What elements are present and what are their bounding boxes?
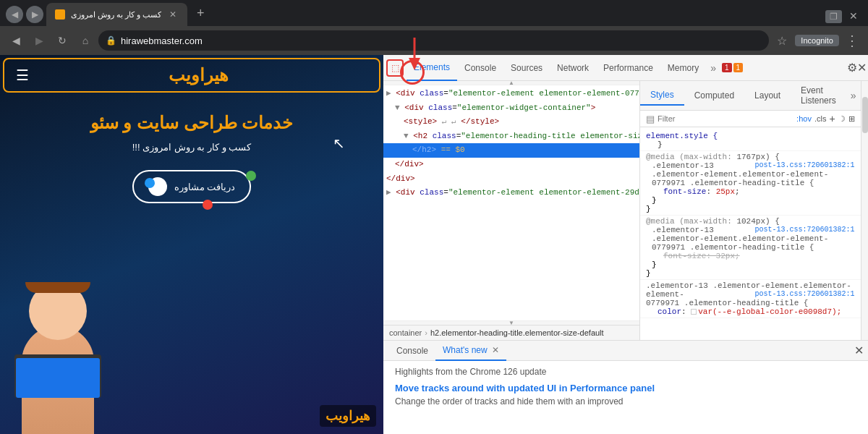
nav-forward-button[interactable]: ▶ — [29, 30, 49, 51]
devtools-tab-bar: ⬚ Elements Console Sources Network Perfo… — [383, 55, 868, 81]
site-content: خدمات طراحی سایت و سئو کسب و کار به روش … — [0, 98, 383, 218]
cta-label: دریافت مشاوره — [174, 182, 236, 192]
nav-home-button[interactable]: ⌂ — [75, 30, 95, 51]
tab-bar: ◀ ▶ کسب و کار به روش امروزی ✕ + ❐ ✕ — [0, 0, 868, 26]
dot-red — [203, 200, 213, 210]
window-restore-btn[interactable]: ❐ — [825, 10, 842, 23]
site-title: خدمات طراحی سایت و سئو — [14, 113, 369, 133]
incognito-label: Incognito — [801, 36, 833, 45]
html-line[interactable]: ▼ <div class="elementor-widget-container… — [383, 101, 639, 116]
lock-icon: 🔒 — [106, 35, 116, 46]
devtools-body: ▲ ▶ <div class="elementor-element elemen… — [383, 81, 868, 340]
breadcrumb-bar: container › h2.elementor-heading-title.e… — [383, 325, 639, 340]
tab-computed[interactable]: Computed — [684, 86, 744, 105]
tab-console[interactable]: Console — [457, 55, 503, 81]
nav-reload-button[interactable]: ↻ — [52, 30, 72, 51]
html-panel: ▲ ▶ <div class="elementor-element elemen… — [383, 81, 640, 340]
tab-event-listeners[interactable]: Event Listeners — [791, 81, 846, 110]
address-input[interactable] — [121, 35, 762, 46]
bottom-drawer: Console What's new ✕ ✕ Highlights from t… — [383, 340, 868, 434]
html-line[interactable]: ▼ <h2 class="elementor-heading-title ele… — [383, 129, 639, 144]
html-line-selected[interactable]: </h2> == $0 — [383, 143, 639, 158]
main-content: ☰ هیراویب خدمات طراحی سایت و سئو کسب و ک… — [0, 55, 868, 434]
drawer-tab-bar: Console What's new ✕ ✕ — [383, 341, 868, 361]
breadcrumb-item-h2[interactable]: h2.elementor-heading-title.elementor-siz… — [430, 328, 604, 337]
inspect-element-btn[interactable]: ⬚ — [386, 59, 404, 77]
toggle-dark-btn[interactable]: ☽ — [838, 114, 846, 124]
cursor-pointer: ↖ — [333, 135, 345, 152]
toggle-layout-btn[interactable]: ⊞ — [848, 114, 855, 124]
breadcrumb-item-container[interactable]: container — [389, 328, 422, 337]
style-rule-element: element.style { } — [640, 130, 861, 151]
tab-memory[interactable]: Memory — [660, 55, 706, 81]
address-bar-container: 🔒 — [98, 30, 769, 51]
tab-title: کسب و کار به روش امروزی — [71, 10, 161, 20]
warn-badge: 1 — [733, 63, 744, 72]
drawer-article-desc: Change the order of tracks and hide them… — [395, 396, 858, 407]
site-header: ☰ هیراویب — [3, 58, 380, 93]
drawer-highlight-text: Highlights from the Chrome 126 update — [395, 367, 858, 377]
html-line[interactable]: </div> — [383, 172, 639, 187]
chrome-menu-btn[interactable]: ⋮ — [842, 30, 862, 51]
style-selector[interactable]: element.style { — [646, 132, 718, 140]
styles-filter-bar: ▤ :hov .cls + ☽ ⊞ — [640, 111, 861, 127]
dot-green — [246, 171, 256, 181]
window-close-btn[interactable]: ✕ — [845, 9, 862, 23]
scrollbar-thumb — [862, 97, 868, 133]
breadcrumb-sep: › — [425, 328, 427, 337]
styles-filter-input[interactable] — [658, 114, 793, 123]
tab-more[interactable]: » — [706, 55, 720, 81]
site-watermark: هیراویب — [320, 405, 376, 427]
nav-back-btn[interactable]: ◀ — [6, 6, 23, 23]
nav-back-button[interactable]: ◀ — [6, 30, 26, 51]
new-tab-btn[interactable]: + — [190, 3, 210, 23]
tab-styles[interactable]: Styles — [640, 85, 684, 106]
tab-close-btn[interactable]: ✕ — [167, 9, 179, 20]
website-panel: ☰ هیراویب خدمات طراحی سایت و سئو کسب و ک… — [0, 55, 383, 434]
add-style-btn[interactable]: + — [829, 113, 835, 124]
incognito-badge: Incognito — [795, 35, 839, 46]
close-whatsnew-btn[interactable]: ✕ — [492, 345, 499, 355]
styles-content: element.style { } @media (max-width: 176… — [640, 127, 861, 340]
styles-tabs: Styles Computed Layout Event Listeners » — [640, 81, 861, 111]
tab-elements[interactable]: Elements — [407, 55, 457, 81]
drawer-article-link[interactable]: Move tracks around with updated UI in Pe… — [395, 383, 858, 393]
site-logo: هیراویب — [169, 65, 229, 85]
drawer-tab-console[interactable]: Console — [389, 341, 435, 361]
html-line[interactable]: <style> ↵ ↵ </style> — [383, 115, 639, 129]
styles-more[interactable]: » — [846, 85, 861, 106]
html-line[interactable]: </div> — [383, 158, 639, 172]
drawer-tab-whatsnew[interactable]: What's new ✕ — [435, 341, 506, 361]
inspect-icon: ⬚ — [391, 63, 399, 73]
error-badge: 1 — [722, 63, 732, 72]
tab-sources[interactable]: Sources — [503, 55, 550, 81]
site-subtitle: کسب و کار به روش امروزی !!! — [14, 142, 369, 153]
tab-performance[interactable]: Performance — [596, 55, 660, 81]
bookmark-btn[interactable]: ☆ — [772, 30, 792, 51]
styles-panel: Styles Computed Layout Event Listeners »… — [640, 81, 861, 340]
hamburger-icon[interactable]: ☰ — [16, 67, 29, 84]
html-line[interactable]: ▶ <div class="elementor-element elemento… — [383, 186, 639, 200]
character-illustration — [7, 282, 109, 434]
cls-btn[interactable]: .cls — [814, 114, 827, 123]
style-rule-media2: @media (max-width: 1024px) { post-13.css… — [640, 216, 861, 280]
devtools-scrollbar[interactable] — [861, 81, 868, 340]
html-line[interactable]: ▶ <div class="elementor-element elemento… — [383, 87, 639, 101]
style-rule-main: .elementor-13 .elementor-element.element… — [640, 280, 861, 318]
filter-icon: ▤ — [646, 114, 655, 124]
devtools-close-btn[interactable]: ✕ — [857, 61, 867, 75]
close-drawer-btn[interactable]: ✕ — [854, 344, 864, 357]
tab-layout[interactable]: Layout — [744, 86, 791, 105]
address-bar-row: ◀ ▶ ↻ ⌂ 🔒 ☆ Incognito ⋮ — [0, 26, 868, 55]
active-tab[interactable]: کسب و کار به روش امروزی ✕ — [46, 3, 187, 26]
dot-blue — [145, 178, 155, 188]
hov-btn[interactable]: :hov — [796, 114, 812, 123]
drawer-content: Highlights from the Chrome 126 update Mo… — [383, 361, 868, 434]
nav-forward-btn[interactable]: ▶ — [26, 6, 43, 23]
style-rule-media1: @media (max-width: 1767px) { post-13.css… — [640, 151, 861, 216]
devtools-panel: ⬚ Elements Console Sources Network Perfo… — [383, 55, 868, 434]
devtools-settings-btn[interactable]: ⚙ — [847, 61, 857, 75]
tab-network[interactable]: Network — [550, 55, 596, 81]
html-content: ▶ <div class="elementor-element elemento… — [383, 85, 639, 320]
back-icon: ◀ — [12, 9, 18, 20]
